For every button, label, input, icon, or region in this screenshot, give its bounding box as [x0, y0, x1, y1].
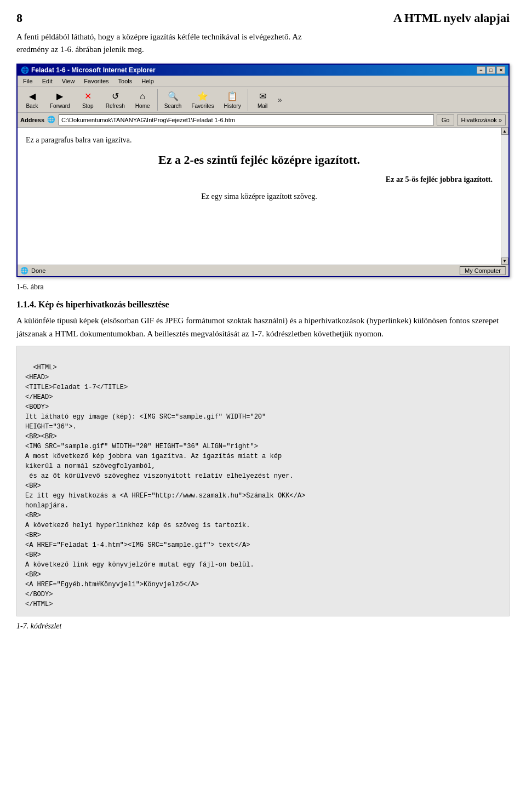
- status-done-text: Done: [31, 267, 45, 274]
- content-left-para: Ez a paragrafus balra van igazítva.: [26, 136, 493, 145]
- ie-app-icon: 🌐: [21, 66, 28, 74]
- home-label: Home: [135, 103, 150, 109]
- history-icon: 📋: [226, 91, 239, 102]
- ie-window: 🌐 Feladat 1-6 - Microsoft Internet Explo…: [16, 64, 510, 277]
- ie-statusbar: 🌐 Done My Computer: [18, 265, 508, 276]
- toolbar-forward-btn[interactable]: ▶ Forward: [45, 90, 75, 110]
- scroll-down-btn[interactable]: ▼: [501, 258, 508, 265]
- status-right: My Computer: [460, 266, 506, 275]
- ie-close-btn[interactable]: ✕: [496, 66, 505, 74]
- section-heading: 1.1.4. Kép és hiperhivatkozás beilleszté…: [16, 300, 510, 310]
- forward-label: Forward: [50, 103, 70, 109]
- menu-view[interactable]: View: [59, 77, 78, 85]
- toolbar-more-btn[interactable]: »: [276, 94, 284, 105]
- refresh-label: Refresh: [106, 103, 125, 109]
- address-ie-icon: 🌐: [47, 116, 56, 124]
- status-page-icon: 🌐: [20, 267, 28, 275]
- ie-titlebar-buttons: − □ ✕: [477, 66, 505, 74]
- page-number: 8: [16, 11, 22, 25]
- scroll-up-btn[interactable]: ▲: [501, 128, 508, 135]
- toolbar-favorites-btn[interactable]: ⭐ Favorites: [187, 90, 218, 110]
- page-title: A HTML nyelv alapjai: [22, 11, 510, 25]
- address-go-btn[interactable]: Go: [437, 115, 455, 125]
- code-block: <HTML> <HEAD> <TITLE>Feladat 1-7</TITLE>…: [16, 346, 510, 616]
- intro-line1: A fenti példából látható, hogy a középre…: [16, 32, 302, 41]
- scroll-track[interactable]: [501, 135, 508, 258]
- ie-content-inner: Ez a paragrafus balra van igazítva. Ez a…: [26, 136, 493, 201]
- page-header: 8 A HTML nyelv alapjai: [16, 11, 510, 25]
- status-left: 🌐 Done: [20, 267, 45, 275]
- section-body-text: A különféle típusú képek (elsősorban GIF…: [16, 314, 510, 340]
- mail-label: Mail: [258, 103, 267, 109]
- history-label: History: [224, 103, 241, 109]
- ie-addressbar: Address 🌐 Go Hivatkozások »: [18, 113, 508, 128]
- section-number: 1.1.4.: [16, 300, 36, 309]
- search-icon: 🔍: [167, 91, 180, 102]
- ie-menubar: File Edit View Favorites Tools Help: [18, 76, 508, 87]
- home-icon: ⌂: [136, 91, 149, 102]
- ie-minimize-btn[interactable]: −: [477, 66, 485, 74]
- ie-toolbar: ◀ Back ▶ Forward ✕ Stop ↺ Refresh ⌂ Home…: [18, 87, 508, 113]
- ie-maximize-btn[interactable]: □: [487, 66, 495, 74]
- content-h2-heading: Ez a 2-es szintű fejléc középre igazítot…: [26, 153, 493, 167]
- ie-content-wrapper: Ez a paragrafus balra van igazítva. Ez a…: [18, 128, 508, 265]
- menu-favorites[interactable]: Favorites: [81, 77, 112, 85]
- favorites-icon: ⭐: [196, 91, 209, 102]
- code-content: <HTML> <HEAD> <TITLE>Feladat 1-7</TITLE>…: [25, 364, 305, 608]
- search-label: Search: [164, 103, 182, 109]
- menu-file[interactable]: File: [20, 77, 36, 85]
- stop-label: Stop: [82, 103, 94, 109]
- ie-window-title: Feladat 1-6 - Microsoft Internet Explore…: [31, 66, 156, 74]
- content-right-para: Ez az 5-ös fejléc jobbra igazított.: [26, 175, 493, 184]
- ie-scrollbar: ▲ ▼: [501, 128, 508, 265]
- toolbar-search-btn[interactable]: 🔍 Search: [160, 90, 186, 110]
- forward-icon: ▶: [53, 91, 66, 102]
- ie-content: Ez a paragrafus balra van igazítva. Ez a…: [18, 128, 508, 265]
- mail-icon: ✉: [256, 91, 269, 102]
- refresh-icon: ↺: [108, 91, 122, 102]
- section-title: Kép és hiperhivatkozás beillesztése: [38, 300, 169, 309]
- toolbar-mail-btn[interactable]: ✉ Mail: [250, 90, 275, 110]
- favorites-label: Favorites: [191, 103, 214, 109]
- ie-titlebar: 🌐 Feladat 1-6 - Microsoft Internet Explo…: [18, 65, 508, 76]
- toolbar-back-btn[interactable]: ◀ Back: [20, 90, 44, 110]
- content-center-para: Ez egy sima középre igazított szöveg.: [26, 192, 493, 201]
- toolbar-refresh-btn[interactable]: ↺ Refresh: [101, 90, 129, 110]
- toolbar-sep1: [157, 89, 158, 111]
- code-caption: 1-7. kódrészlet: [16, 622, 510, 631]
- stop-icon: ✕: [81, 91, 94, 102]
- intro-line2: eredmény az 1-6. ábrában jelenik meg.: [16, 45, 144, 54]
- address-label: Address: [20, 117, 44, 123]
- back-label: Back: [26, 103, 38, 109]
- address-links-btn[interactable]: Hivatkozások »: [457, 115, 506, 125]
- figure-caption: 1-6. ábra: [16, 283, 510, 291]
- toolbar-history-btn[interactable]: 📋 History: [220, 90, 245, 110]
- toolbar-home-btn[interactable]: ⌂ Home: [130, 90, 155, 110]
- menu-tools[interactable]: Tools: [115, 77, 136, 85]
- back-icon: ◀: [26, 91, 39, 102]
- address-input[interactable]: [59, 115, 434, 125]
- toolbar-stop-btn[interactable]: ✕ Stop: [76, 90, 100, 110]
- toolbar-sep2: [248, 89, 248, 111]
- menu-help[interactable]: Help: [138, 77, 157, 85]
- intro-paragraph: A fenti példából látható, hogy a középre…: [16, 31, 510, 55]
- ie-titlebar-left: 🌐 Feladat 1-6 - Microsoft Internet Explo…: [21, 66, 156, 74]
- menu-edit[interactable]: Edit: [39, 77, 56, 85]
